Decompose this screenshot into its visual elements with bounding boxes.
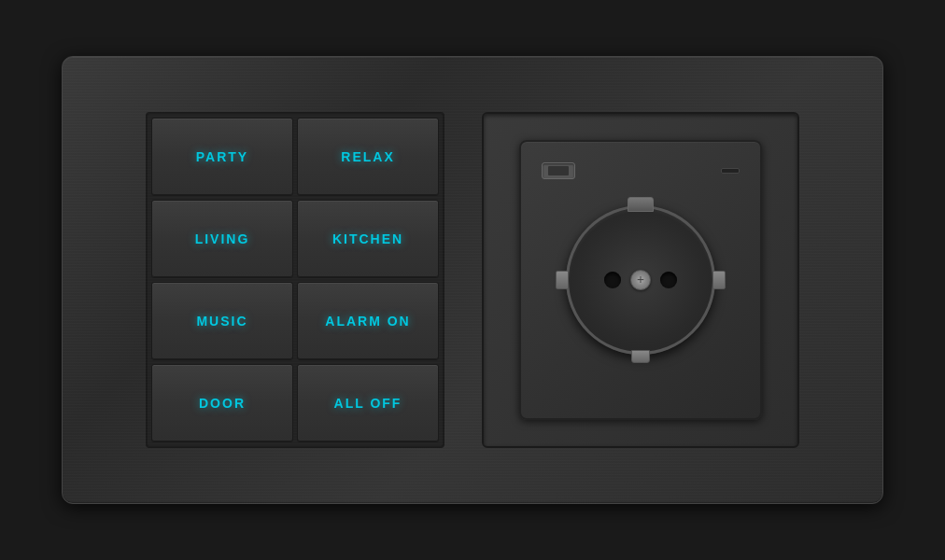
ground-contact-bottom: [631, 350, 650, 363]
top-connector-tab: [628, 197, 654, 212]
button-grid: PARTY RELAX LIVING KITCHEN MUSIC ALARM O…: [146, 112, 444, 448]
music-button[interactable]: MUSIC: [151, 282, 293, 360]
party-button[interactable]: PARTY: [151, 118, 293, 196]
socket-hole-left: [604, 272, 621, 288]
relax-label: RELAX: [341, 149, 394, 164]
center-screw: [630, 270, 651, 290]
ground-contact-right: [712, 271, 726, 289]
schuko-outlet[interactable]: [566, 205, 715, 355]
ground-contact-left: [556, 271, 569, 289]
wall-plate: PARTY RELAX LIVING KITCHEN MUSIC ALARM O…: [62, 56, 883, 504]
living-label: LIVING: [195, 231, 250, 246]
kitchen-button[interactable]: KITCHEN: [297, 200, 439, 278]
socket-hole-right: [660, 272, 677, 288]
alarm-on-label: ALARM ON: [325, 314, 410, 329]
door-label: DOOR: [199, 396, 246, 411]
all-off-button[interactable]: ALL OFF: [297, 364, 439, 442]
all-off-label: ALL OFF: [334, 396, 402, 411]
slot-right: [721, 168, 740, 174]
kitchen-label: KITCHEN: [332, 231, 403, 246]
music-label: MUSIC: [196, 314, 247, 329]
party-label: PARTY: [196, 149, 248, 164]
alarm-on-button[interactable]: ALARM ON: [297, 282, 439, 360]
usb-port[interactable]: [542, 162, 575, 179]
outlet-container: [519, 140, 762, 420]
door-button[interactable]: DOOR: [151, 364, 293, 442]
living-button[interactable]: LIVING: [151, 200, 293, 278]
relax-button[interactable]: RELAX: [297, 118, 439, 196]
outlet-section: [482, 112, 799, 448]
